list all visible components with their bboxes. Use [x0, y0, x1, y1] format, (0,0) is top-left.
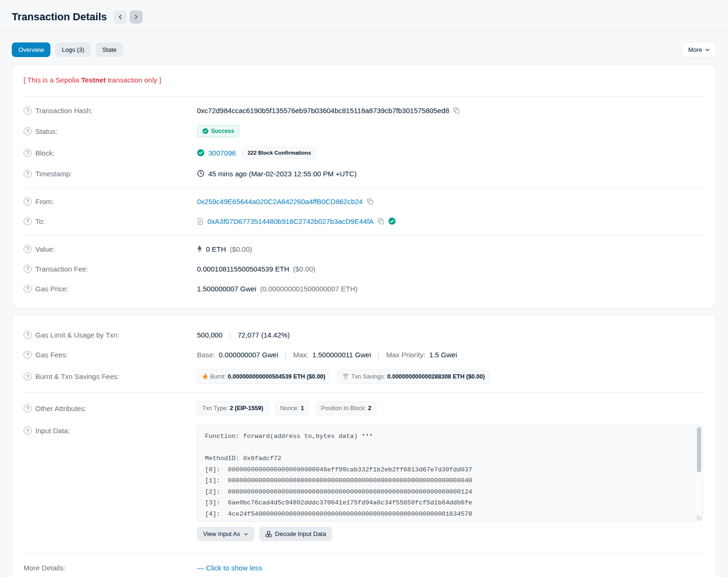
status-row: ? Status: Success: [24, 120, 704, 142]
transaction-fee-label: Transaction Fee:: [35, 265, 88, 273]
base-fee-value: 0.000000007 Gwei: [219, 351, 278, 359]
transaction-hash-value: 0xc72d984ccac6190b5f135576eb97b03604bc81…: [197, 107, 449, 115]
help-icon[interactable]: ?: [24, 107, 32, 115]
txn-savings-badge: Txn Savings: 0.000000000000288308 ETH ($…: [337, 370, 490, 384]
help-icon[interactable]: ?: [24, 285, 32, 293]
more-button[interactable]: More: [682, 42, 716, 58]
page-title: Transaction Details: [12, 11, 107, 23]
help-icon[interactable]: ?: [24, 245, 32, 253]
previous-transaction-button[interactable]: [114, 10, 127, 24]
gas-fees-row: ? Gas Fees: Base: 0.000000007 Gwei | Max…: [24, 345, 704, 364]
block-row: ? Block: 3007096 222 Block Confirmations: [24, 142, 704, 164]
status-badge-label: Success: [211, 128, 234, 134]
txn-type-badge: Txn Type: 2 (EIP-1559): [197, 401, 269, 415]
scrollbar-thumb[interactable]: [697, 427, 701, 472]
input-data-box[interactable]: Function: forward(address to,bytes data)…: [197, 425, 703, 522]
transaction-fee-row: ? Transaction Fee: 0.000108115500504539 …: [24, 259, 704, 279]
chevron-down-icon: [244, 532, 248, 536]
help-icon[interactable]: ?: [24, 351, 32, 359]
nonce-badge: Nonce: 1: [275, 401, 310, 415]
input-data-scrollbar[interactable]: [696, 426, 702, 519]
from-label: From:: [35, 198, 54, 206]
max-fee-label: Max:: [293, 351, 309, 359]
chevron-right-icon: [133, 14, 139, 20]
value-usd: ($0.00): [230, 245, 253, 253]
view-input-as-button[interactable]: View Input As: [197, 527, 254, 541]
burnt-label: Burnt:: [210, 373, 226, 380]
clock-icon: [197, 170, 204, 177]
txn-savings-label: Txn Savings:: [351, 373, 385, 380]
from-row: ? From: 0x259c49E65644a020C2A642260a4ffB…: [24, 191, 704, 211]
value-label: Value:: [35, 245, 55, 253]
check-circle-icon: [202, 128, 209, 134]
more-button-label: More: [688, 46, 702, 53]
gas-used-value: 72,077 (14.42%): [237, 331, 290, 339]
copy-transaction-hash-button[interactable]: [453, 107, 460, 114]
from-address-link[interactable]: 0x259c49E65644a020C2A642260a4ffB0CD862cb…: [197, 198, 363, 206]
divider: [24, 553, 704, 554]
block-confirmed-icon: [197, 149, 204, 157]
block-number-link[interactable]: 3007096: [208, 149, 236, 157]
chevron-left-icon: [117, 14, 123, 20]
show-less-link[interactable]: — Click to show less: [197, 564, 262, 572]
position-in-block-badge: Position In Block: 2: [316, 401, 376, 415]
help-icon[interactable]: ?: [24, 404, 32, 412]
help-icon[interactable]: ?: [24, 149, 32, 157]
eth-icon: [197, 245, 202, 253]
help-icon[interactable]: ?: [24, 372, 32, 380]
gas-price-eth: (0.000000001500000007 ETH): [260, 285, 358, 293]
more-details-row: More Details: — Click to show less: [24, 558, 704, 577]
gas-limit-value: 500,000: [197, 331, 222, 339]
help-icon[interactable]: ?: [24, 331, 32, 339]
value-row: ? Value: 0 ETH ($0.00): [24, 239, 704, 259]
status-badge: Success: [197, 125, 239, 137]
txn-savings-value: 0.000000000000288308 ETH ($0.00): [387, 373, 485, 380]
help-icon[interactable]: ?: [24, 427, 32, 435]
more-details-label: More Details:: [24, 564, 65, 572]
value-amount: 0 ETH: [206, 245, 226, 253]
status-label: Status:: [35, 127, 57, 135]
gas-price-row: ? Gas Price: 1.500000007 Gwei (0.0000000…: [24, 279, 704, 298]
tab-state[interactable]: State: [96, 42, 123, 57]
copy-to-address-button[interactable]: [377, 218, 384, 225]
max-priority-fee-value: 1.5 Gwei: [429, 351, 457, 359]
txn-type-label: Txn Type:: [202, 405, 228, 412]
max-priority-fee-label: Max Priority:: [386, 351, 425, 359]
separator: |: [375, 351, 383, 359]
position-in-block-label: Position In Block:: [321, 405, 366, 412]
next-transaction-button[interactable]: [130, 10, 143, 24]
decode-input-data-button[interactable]: Decode Input Data: [259, 527, 332, 541]
contract-icon: [197, 218, 204, 225]
position-in-block-value: 2: [368, 405, 371, 412]
to-label: To:: [35, 217, 45, 225]
gas-price-amount: 1.500000007 Gwei: [197, 285, 256, 293]
transaction-fee-amount: 0.000108115500504539 ETH: [197, 265, 289, 273]
transaction-gas-card: ? Gas Limit & Usage by Txn: 500,000 | 72…: [12, 315, 716, 577]
transaction-hash-label: Transaction Hash:: [35, 107, 92, 115]
help-icon[interactable]: ?: [24, 217, 32, 225]
help-icon[interactable]: ?: [24, 127, 32, 135]
input-data-content: Function: forward(address to,bytes data)…: [205, 431, 690, 522]
flame-icon: [202, 373, 208, 380]
other-attributes-label: Other Attributes:: [35, 404, 86, 412]
tab-bar: Overview Logs (3) State More: [12, 32, 716, 64]
gas-fees-label: Gas Fees:: [35, 351, 68, 359]
help-icon[interactable]: ?: [24, 170, 32, 178]
divider: [24, 187, 704, 188]
decode-input-data-label: Decode Input Data: [275, 530, 326, 537]
copy-icon: [453, 107, 460, 114]
tab-logs[interactable]: Logs (3): [55, 42, 91, 57]
nonce-value: 1: [301, 405, 304, 412]
transaction-hash-row: ? Transaction Hash: 0xc72d984ccac6190b5f…: [24, 100, 704, 120]
help-icon[interactable]: ?: [24, 198, 32, 206]
base-fee-label: Base:: [197, 351, 215, 359]
to-address-link[interactable]: 0xA3f07D6773514480b918C2742b027b3acD9E44…: [207, 217, 374, 225]
help-icon[interactable]: ?: [24, 265, 32, 273]
copy-from-address-button[interactable]: [367, 198, 374, 205]
verified-contract-icon: [388, 217, 396, 225]
timestamp-label: Timestamp:: [35, 170, 72, 178]
burnt-fees-row: ? Burnt & Txn Savings Fees: Burnt: 0.000…: [24, 364, 704, 388]
tab-overview[interactable]: Overview: [12, 42, 50, 57]
resize-handle[interactable]: [697, 516, 702, 520]
input-data-label: Input Data:: [35, 427, 70, 435]
